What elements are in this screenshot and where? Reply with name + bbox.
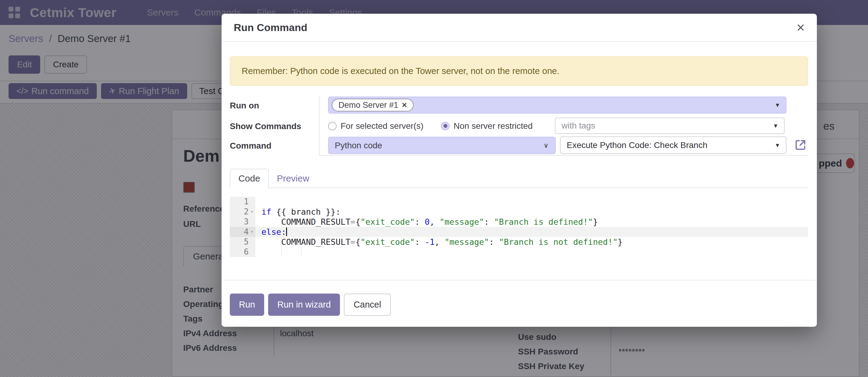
run-command-modal: Run Command × Remember: Python code is e… [222, 14, 817, 327]
editor-line-code: COMMAND_RESULT={"exit_code": 0, "message… [255, 217, 808, 227]
caret-down-icon: ▾ [774, 122, 777, 130]
editor-gutter: 4▾ [230, 227, 255, 237]
warning-banner: Remember: Python code is executed on the… [230, 56, 808, 86]
text-cursor [286, 228, 287, 236]
screen: Cetmix Tower ServersCommandsFilesToolsSe… [0, 0, 868, 377]
close-icon[interactable]: × [797, 21, 805, 34]
chevron-down-icon: ∨ [544, 142, 549, 149]
editor-line[interactable]: 2▾if {{ branch }}: [230, 207, 808, 217]
editor-line-code: COMMAND_RESULT={"exit_code": -1, "messag… [255, 237, 808, 247]
cancel-button[interactable]: Cancel [344, 294, 391, 316]
editor-gutter: 5 [230, 237, 255, 247]
fold-arrow-icon[interactable]: ▾ [249, 207, 255, 217]
footer-divider [222, 280, 817, 281]
radio-label: Non server restricted [454, 121, 533, 131]
command-name-select[interactable]: Execute Python Code: Check Branch ▾ [560, 137, 786, 154]
run-on-label: Run on [230, 101, 259, 111]
editor-line-code [255, 197, 808, 207]
editor-tabs: Code Preview [230, 169, 808, 188]
command-label: Command [230, 141, 272, 151]
caret-down-icon: ▾ [776, 141, 779, 149]
radio-option[interactable]: Non server restricted [441, 121, 533, 131]
code-editor-lines: 12▾if {{ branch }}:3 COMMAND_RESULT={"ex… [230, 197, 808, 257]
radio-option[interactable]: For selected server(s) [328, 121, 423, 131]
editor-gutter: 1 [230, 197, 255, 207]
editor-line[interactable]: 4▾else: [230, 227, 808, 237]
modal-footer: Run Run in wizard Cancel [230, 294, 391, 316]
editor-gutter: 3 [230, 217, 255, 227]
editor-line-code: else: [255, 227, 808, 237]
radio-selected-icon[interactable] [441, 122, 450, 130]
command-type-select[interactable]: Python code ∨ [328, 137, 556, 154]
indent-guide [281, 218, 282, 226]
server-tag-chip[interactable]: Demo Server #1 × [332, 99, 413, 112]
external-link-icon[interactable] [793, 138, 808, 152]
editor-gutter: 2▾ [230, 207, 255, 217]
show-commands-options: For selected server(s)Non server restric… [328, 118, 550, 134]
modal-title: Run Command [234, 22, 307, 33]
show-commands-label: Show Commands [230, 121, 301, 131]
editor-line-code: if {{ branch }}: [255, 207, 808, 217]
editor-line[interactable]: 1 [230, 197, 808, 207]
run-button[interactable]: Run [230, 294, 264, 316]
remove-tag-icon[interactable]: × [402, 100, 407, 110]
form-column-divider [319, 96, 319, 155]
indent-guide [281, 248, 282, 256]
tab-preview[interactable]: Preview [269, 169, 317, 188]
run-in-wizard-button[interactable]: Run in wizard [268, 294, 340, 316]
run-on-select[interactable]: Demo Server #1 × ▾ [328, 96, 786, 114]
caret-down-icon: ▾ [776, 101, 779, 109]
editor-line[interactable]: 3 COMMAND_RESULT={"exit_code": 0, "messa… [230, 217, 808, 227]
fold-arrow-icon[interactable]: ▾ [249, 227, 255, 237]
modal-header: Run Command × [222, 14, 817, 42]
radio-unselected-icon[interactable] [328, 122, 337, 130]
editor-line[interactable]: 5 COMMAND_RESULT={"exit_code": -1, "mess… [230, 237, 808, 247]
editor-line[interactable]: 6 [230, 247, 808, 257]
indent-guide [301, 248, 302, 256]
radio-label: For selected server(s) [341, 121, 423, 131]
editor-gutter: 6 [230, 247, 255, 257]
tab-code[interactable]: Code [230, 169, 269, 188]
indent-guide [281, 237, 282, 246]
form-bottom-divider [319, 155, 808, 155]
with-tags-select[interactable]: with tags ▾ [555, 118, 785, 134]
editor-line-code [255, 247, 808, 257]
code-editor[interactable]: 12▾if {{ branch }}:3 COMMAND_RESULT={"ex… [230, 197, 808, 257]
